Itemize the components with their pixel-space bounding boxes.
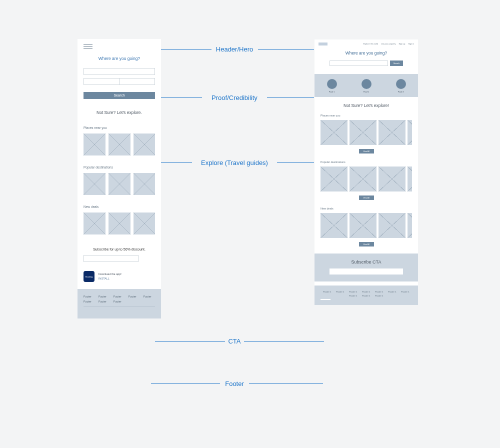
- nav-signup[interactable]: Sign up: [398, 43, 405, 45]
- footer-link[interactable]: Footer 1: [323, 290, 331, 293]
- search-button[interactable]: Search: [84, 92, 155, 99]
- image-placeholder[interactable]: [134, 134, 155, 156]
- proof-circle-icon: [327, 79, 337, 89]
- proof-label: Proof 2: [364, 91, 370, 93]
- search-input-destination[interactable]: [84, 68, 155, 75]
- footer-link[interactable]: Footer 1: [349, 294, 357, 297]
- footer-link[interactable]: Footer: [98, 300, 106, 303]
- footer-link[interactable]: Footer: [144, 295, 152, 298]
- proof-label: Proof 1: [329, 91, 335, 93]
- footer-divider: [84, 306, 155, 306]
- image-placeholder[interactable]: [84, 212, 106, 234]
- hero-question: Where are you going?: [84, 56, 155, 61]
- image-placeholder[interactable]: [350, 166, 376, 192]
- subscribe-title: Subscribe CTA: [330, 260, 403, 264]
- footer-link[interactable]: Footer: [114, 300, 122, 303]
- app-download-text: Download the app!: [98, 272, 122, 276]
- section-title-places: Places near you: [84, 126, 155, 130]
- view-all-button[interactable]: View All: [359, 242, 374, 246]
- image-placeholder[interactable]: [350, 120, 376, 145]
- cards-popular: [84, 173, 155, 195]
- image-placeholder[interactable]: [320, 166, 348, 192]
- subscribe-input[interactable]: [330, 268, 403, 274]
- annotation-cta: CTA: [228, 338, 240, 345]
- desktop-wireframe: Explore the world List your property Sig…: [314, 40, 418, 305]
- image-placeholder[interactable]: [378, 166, 406, 192]
- image-placeholder[interactable]: [108, 212, 130, 234]
- image-placeholder[interactable]: [408, 213, 412, 238]
- annotation-footer: Footer: [225, 380, 244, 388]
- search-input-date[interactable]: [84, 78, 119, 85]
- mobile-wireframe: Where are you going? Search Not Sure? Le…: [78, 39, 161, 318]
- image-placeholder[interactable]: [320, 213, 348, 238]
- nav-explore[interactable]: Explore the world: [364, 43, 378, 45]
- footer-link[interactable]: Footer 1: [362, 294, 370, 297]
- proof-label: Proof 3: [398, 91, 404, 93]
- image-placeholder[interactable]: [378, 213, 406, 238]
- footer-link[interactable]: Footer 1: [376, 290, 384, 293]
- annotation-header: Header/Hero: [216, 46, 253, 53]
- footer-link[interactable]: Footer 1: [362, 290, 370, 293]
- footer-link[interactable]: Footer 1: [402, 290, 410, 293]
- image-placeholder[interactable]: [108, 134, 130, 156]
- view-all-button[interactable]: View All: [359, 196, 374, 200]
- hamburger-icon[interactable]: [84, 44, 92, 49]
- subscribe-title: Subscribe for up to 50% discount.: [84, 248, 155, 251]
- footer-link[interactable]: Footer 1: [376, 294, 384, 297]
- search-button[interactable]: Search: [390, 60, 403, 66]
- footer-accent: [320, 299, 330, 300]
- app-install-text[interactable]: INSTALL: [98, 276, 122, 281]
- app-download-banner[interactable]: Booking Download the app! INSTALL: [84, 271, 155, 282]
- explore-title: Not Sure? Let's explore!: [314, 103, 418, 108]
- image-placeholder[interactable]: [378, 120, 406, 145]
- footer-link[interactable]: Footer: [128, 295, 136, 298]
- section-title-popular: Popular destinations: [320, 160, 412, 164]
- section-title-popular: Popular destinations: [84, 166, 155, 169]
- logo-placeholder[interactable]: [318, 42, 328, 46]
- annotation-proof: Proof/Credibility: [212, 94, 258, 102]
- annotation-explore: Explore (Travel guides): [201, 159, 268, 166]
- image-placeholder[interactable]: [408, 166, 412, 192]
- top-nav: Explore the world List your property Sig…: [364, 43, 414, 45]
- section-title-places: Places near you: [320, 114, 412, 117]
- search-input-guests[interactable]: [119, 78, 155, 85]
- section-title-deals: New deals: [320, 207, 412, 210]
- footer: Footer 1 Footer 1 Footer 1 Footer 1 Foot…: [314, 286, 418, 305]
- proof-circle-icon: [362, 79, 372, 89]
- cards-deals: [84, 212, 155, 234]
- subscribe-cta: Subscribe CTA: [314, 254, 418, 282]
- footer-link[interactable]: Footer 1: [388, 290, 396, 293]
- footer-link[interactable]: Footer: [84, 295, 92, 298]
- image-placeholder[interactable]: [84, 134, 106, 156]
- footer-link[interactable]: Footer: [114, 295, 122, 298]
- image-placeholder[interactable]: [84, 173, 106, 195]
- image-placeholder[interactable]: [108, 173, 130, 195]
- footer-link[interactable]: Footer 1: [336, 290, 344, 293]
- image-placeholder[interactable]: [350, 213, 376, 238]
- footer-link[interactable]: Footer 1: [349, 290, 357, 293]
- image-placeholder[interactable]: [134, 212, 155, 234]
- cards-places: [84, 134, 155, 156]
- explore-title: Not Sure? Let's explore.: [84, 110, 155, 115]
- nav-list-property[interactable]: List your property: [381, 43, 396, 45]
- app-icon: Booking: [84, 271, 94, 282]
- footer-link[interactable]: Footer: [98, 295, 106, 298]
- proof-circle-icon: [396, 79, 406, 89]
- subscribe-input[interactable]: [84, 255, 138, 262]
- image-placeholder[interactable]: [408, 120, 412, 145]
- footer-link[interactable]: Footer: [84, 300, 92, 303]
- footer: Footer Footer Footer Footer Footer Foote…: [78, 289, 161, 318]
- view-all-button[interactable]: View All: [359, 149, 374, 154]
- proof-section: Proof 1 Proof 2 Proof 3: [314, 74, 418, 97]
- hero-question: Where are you going?: [314, 50, 418, 56]
- section-title-deals: New deals: [84, 205, 155, 208]
- nav-signin[interactable]: Sign in: [408, 43, 414, 45]
- search-input[interactable]: [330, 60, 388, 66]
- image-placeholder[interactable]: [320, 120, 348, 145]
- image-placeholder[interactable]: [134, 173, 155, 195]
